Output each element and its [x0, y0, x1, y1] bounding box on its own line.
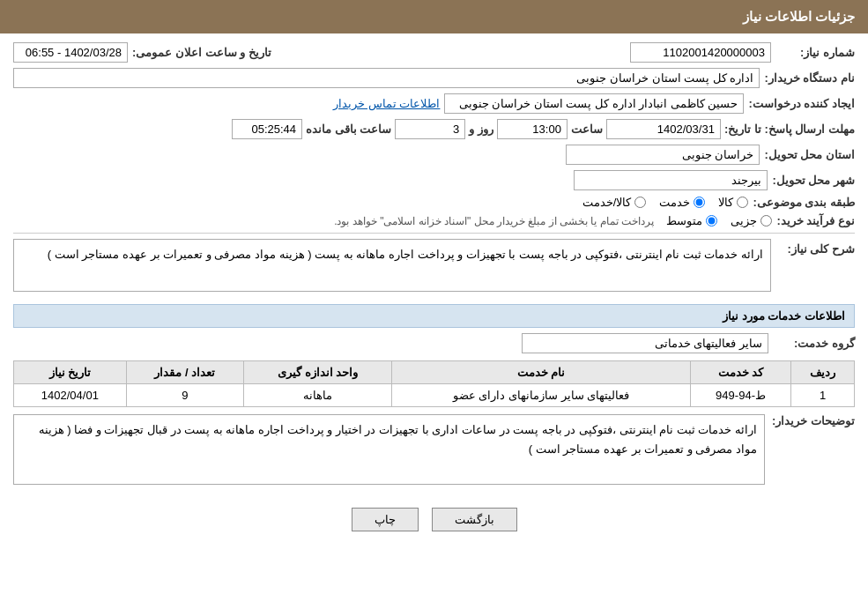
province-value: خراسان جنوبی [566, 145, 760, 165]
response-deadline-time: 13:00 [497, 119, 568, 139]
announcement-date-label: تاریخ و ساعت اعلان عمومی: [132, 46, 271, 59]
col-unit: واحد اندازه گیری [244, 361, 392, 384]
table-row: 1ط-94-949فعالیتهای سایر سازمانهای دارای … [14, 384, 855, 407]
contact-link[interactable]: اطلاعات تماس خریدار [333, 97, 440, 110]
process-type-note: پرداخت تمام یا بخشی از مبلغ خریدار محل "… [334, 215, 654, 227]
col-row: ردیف [791, 361, 855, 384]
service-group-label: گروه خدمت: [775, 337, 855, 350]
need-number-label: شماره نیاز: [775, 46, 855, 59]
cell-code: ط-94-949 [690, 384, 791, 407]
province-label: استان محل تحویل: [764, 148, 855, 161]
col-qty: تعداد / مقدار [126, 361, 243, 384]
process-type-jozi[interactable]: جزیی [731, 214, 772, 227]
buyer-desc-section: توضیحات خریدار: ارائه خدمات ثبت نام اینت… [13, 414, 855, 492]
cell-date: 1402/04/01 [14, 384, 127, 407]
city-label: شهر محل تحویل: [772, 174, 855, 187]
remain-label: ساعت باقی مانده [306, 123, 391, 136]
category-option-kala-khedmat[interactable]: کالا/خدمت [582, 196, 647, 209]
process-type-options: جزیی متوسط [666, 214, 772, 227]
buyer-org-label: نام دستگاه خریدار: [764, 71, 855, 85]
category-options: کالا خدمت کالا/خدمت [582, 196, 749, 209]
page-title: جزئیات اطلاعات نیاز [743, 9, 855, 24]
cell-name: فعالیتهای سایر سازمانهای دارای عضو [392, 384, 690, 407]
back-button[interactable]: بازگشت [432, 508, 517, 531]
page-header: جزئیات اطلاعات نیاز [0, 0, 868, 33]
col-date: تاریخ نیاز [14, 361, 127, 384]
day-label: روز و [469, 123, 493, 136]
response-deadline-date: 1402/03/31 [606, 119, 721, 139]
need-number-value: 1102001420000003 [630, 42, 771, 63]
announcement-date-value: 1402/03/28 - 06:55 [13, 42, 128, 63]
city-value: بیرجند [574, 170, 768, 190]
buyer-desc-value: ارائه خدمات ثبت نام اینترنتی ،فتوکپی در … [13, 414, 765, 485]
buyer-org-value: اداره کل پست استان خراسان جنوبی [13, 68, 760, 88]
creator-label: ایجاد کننده درخواست: [748, 97, 855, 110]
col-code: کد خدمت [690, 361, 791, 384]
general-desc-label: شرح کلی نیاز: [775, 242, 855, 256]
response-deadline-days: 3 [395, 119, 465, 139]
category-label: طبقه بندی موضوعی: [753, 196, 855, 209]
category-option-kala[interactable]: کالا [718, 196, 748, 209]
cell-row: 1 [791, 384, 855, 407]
general-desc-value: ارائه خدمات ثبت نام اینترنتی ،فتوکپی در … [13, 239, 771, 292]
process-type-motavasset[interactable]: متوسط [666, 214, 717, 227]
service-info-title: اطلاعات خدمات مورد نیاز [13, 304, 855, 328]
col-name: نام خدمت [392, 361, 690, 384]
category-option-khedmat[interactable]: خدمت [659, 196, 705, 209]
print-button[interactable]: چاپ [352, 508, 419, 531]
buyer-desc-label: توضیحات خریدار: [772, 414, 855, 427]
cell-qty: 9 [126, 384, 243, 407]
creator-value: حسین کاظمی انبادار اداره کل پست استان خر… [444, 93, 744, 114]
service-table: ردیف کد خدمت نام خدمت واحد اندازه گیری ت… [13, 360, 855, 407]
buttons-row: بازگشت چاپ [13, 499, 855, 540]
response-deadline-label: مهلت ارسال پاسخ: تا تاریخ: [724, 123, 855, 136]
cell-unit: ماهانه [244, 384, 392, 407]
service-group-value: سایر فعالیتهای خدماتی [522, 333, 768, 353]
response-deadline-counter: 05:25:44 [232, 119, 302, 139]
process-type-label: نوع فرآیند خرید: [775, 214, 855, 227]
time-label: ساعت [571, 123, 603, 136]
